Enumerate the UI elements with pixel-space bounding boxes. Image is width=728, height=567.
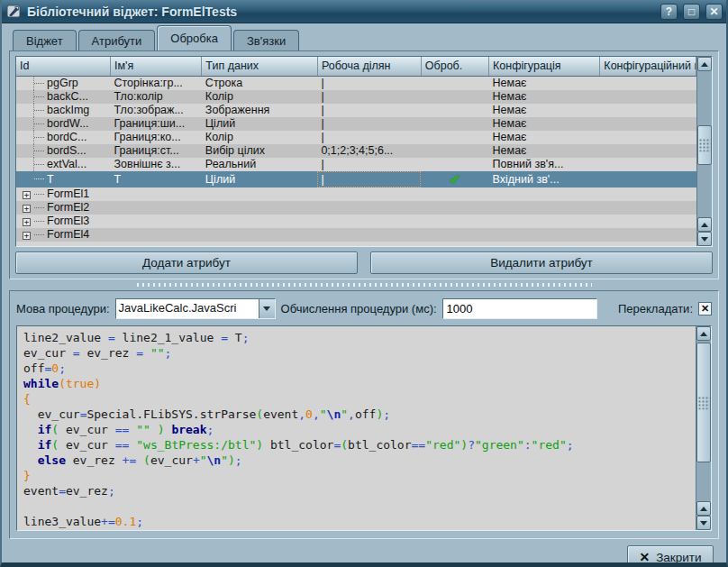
table-cell: Сторінка:гр... xyxy=(111,76,202,90)
code-line: if( ev_cur == "" ) break; xyxy=(23,423,694,438)
table-row[interactable]: pgGrpСторінка:гр...Строка|Немає xyxy=(16,76,696,90)
code-editor-frame: line2_value = line2_1_value = T;ev_cur =… xyxy=(16,325,712,531)
scrollbar-track[interactable] xyxy=(696,341,711,501)
table-row[interactable]: bordC...Границя:ко...Колір|Немає xyxy=(16,131,696,144)
column-header[interactable]: Id xyxy=(16,57,111,76)
scroll-up-button[interactable] xyxy=(697,57,712,71)
tree-branch-icon xyxy=(34,194,44,195)
tab-widget[interactable]: Віджет xyxy=(13,30,77,50)
code-line: ev_cur=Special.FLibSYS.strParse(event,0,… xyxy=(23,407,694,423)
scroll-up-icon xyxy=(700,328,707,336)
dialog-footer: ✕ Закрити xyxy=(2,539,726,567)
table-cell: Границя:ст... xyxy=(111,144,202,158)
expander-icon[interactable]: + xyxy=(23,232,31,240)
table-cell: Немає xyxy=(489,90,600,104)
tab-attributes[interactable]: Атрибути xyxy=(78,30,156,50)
expander-icon[interactable]: + xyxy=(23,218,31,226)
table-cell: Границя:ко... xyxy=(111,131,202,144)
column-header[interactable]: Конфігураційний ша xyxy=(600,57,696,76)
table-cell: | xyxy=(317,158,421,171)
code-line xyxy=(23,499,694,515)
titlebar: Бібліотечний віджет: FormElTests ? □ ✕ xyxy=(2,0,726,23)
column-header[interactable]: Тип даних xyxy=(202,57,318,76)
processed-cell xyxy=(421,144,488,158)
panel-splitter[interactable] xyxy=(2,279,726,290)
table-row[interactable]: backC...Тло:колірКолір|Немає xyxy=(16,90,696,104)
table-cell xyxy=(600,117,696,131)
table-cell xyxy=(600,90,696,104)
table-row[interactable]: bordS...Границя:ст...Вибір цілих0;1;2;3;… xyxy=(16,144,696,158)
close-x-icon: ✕ xyxy=(639,550,650,564)
table-cell: Колір xyxy=(202,131,318,144)
attribute-id-cell: backC... xyxy=(16,90,111,104)
scroll-up-button-bottom[interactable] xyxy=(696,501,711,516)
processed-cell xyxy=(421,104,488,117)
column-header[interactable]: Ім'я xyxy=(111,57,202,76)
calc-period-input[interactable] xyxy=(442,298,597,319)
attribute-id-cell: backImg xyxy=(16,104,111,117)
table-cell: | xyxy=(317,117,421,131)
table-cell: | xyxy=(317,90,421,104)
procedure-language-select[interactable]: JavaLikeCalc.JavaScri xyxy=(115,298,276,319)
scroll-up-button-bottom[interactable] xyxy=(697,217,712,232)
scroll-up-button[interactable] xyxy=(696,326,711,341)
table-cell: Реальний xyxy=(202,158,318,171)
code-line: off=0; xyxy=(23,361,694,377)
scroll-down-button[interactable] xyxy=(697,232,712,246)
checkmark-icon: ✔ xyxy=(450,171,461,187)
expander-icon[interactable]: + xyxy=(23,205,31,213)
code-line: else ev_rez += (ev_cur+"\n"); xyxy=(23,453,694,469)
chevron-down-icon[interactable] xyxy=(259,299,275,318)
attribute-id-cell: T xyxy=(16,171,111,187)
processed-cell xyxy=(421,158,488,171)
scrollbar-track[interactable] xyxy=(697,71,712,217)
table-cell: Колір xyxy=(202,90,318,104)
tree-group-row[interactable]: +FormEl1 xyxy=(16,187,696,201)
tree-branch-icon xyxy=(34,83,44,84)
scrollbar-thumb[interactable] xyxy=(697,125,712,165)
library-widget-dialog: Бібліотечний віджет: FormElTests ? □ ✕ В… xyxy=(0,0,728,567)
table-cell: Немає xyxy=(489,117,600,131)
maximize-button[interactable]: □ xyxy=(683,4,700,20)
close-button[interactable]: ✕ Закрити xyxy=(627,545,714,567)
tab-links[interactable]: Зв'язки xyxy=(233,30,299,50)
code-editor[interactable]: line2_value = line2_1_value = T;ev_cur =… xyxy=(17,326,696,530)
close-button-label: Закрити xyxy=(656,551,701,564)
translate-label: Перекладати: xyxy=(618,302,693,316)
code-line: event=ev_rez; xyxy=(23,484,694,499)
table-row[interactable]: backImgТло:зображ...Зображення|Немає xyxy=(16,104,696,117)
tree-branch-icon xyxy=(34,221,44,222)
scroll-down-button[interactable] xyxy=(696,516,711,530)
attribute-table[interactable]: IdІм'яТип данихРобоча ділянОброб.Конфігу… xyxy=(16,57,696,246)
translate-checkbox[interactable]: ✕ xyxy=(698,302,712,316)
code-scrollbar[interactable] xyxy=(696,326,711,530)
expander-icon[interactable]: + xyxy=(23,191,31,199)
attribute-id-cell: pgGrp xyxy=(16,76,111,90)
tree-group-row[interactable]: +FormEl4 xyxy=(16,228,696,242)
delete-attribute-button[interactable]: Видалити атрибут xyxy=(370,251,713,274)
tab-processing[interactable]: Обробка xyxy=(157,25,232,50)
scrollbar-thumb[interactable] xyxy=(696,343,711,463)
table-row[interactable]: extVal...Зовнішнє з...Реальний|Повний зв… xyxy=(16,158,696,171)
table-cell: T xyxy=(111,171,202,187)
tree-branch-icon xyxy=(34,234,44,235)
help-button[interactable]: ? xyxy=(660,4,678,20)
table-scrollbar[interactable] xyxy=(696,57,712,246)
code-line: while(true) xyxy=(23,377,694,392)
add-attribute-button[interactable]: Додати атрибут xyxy=(15,251,358,274)
table-cell: | xyxy=(317,131,421,144)
column-header[interactable]: Оброб. xyxy=(421,57,488,76)
column-header[interactable]: Конфігурація xyxy=(489,57,600,76)
scroll-down-icon xyxy=(701,237,708,245)
attribute-id-cell: bordS... xyxy=(16,144,111,158)
group-cell: +FormEl4 xyxy=(16,228,696,242)
tree-group-row[interactable]: +FormEl2 xyxy=(16,201,696,215)
table-row[interactable]: TTЦілий|✔Вхідний зв'... xyxy=(16,171,696,187)
column-header[interactable]: Робоча ділян xyxy=(317,57,421,76)
calc-period-label: Обчислення процедури (мс): xyxy=(281,302,437,316)
table-row[interactable]: bordW...Границя:ши...Цілий|Немає xyxy=(16,117,696,131)
close-window-button[interactable]: ✕ xyxy=(705,4,723,20)
tree-group-row[interactable]: +FormEl3 xyxy=(16,215,696,228)
tree-branch-icon xyxy=(34,123,44,124)
attribute-table-frame: IdІм'яТип данихРобоча ділянОброб.Конфігу… xyxy=(15,56,713,247)
